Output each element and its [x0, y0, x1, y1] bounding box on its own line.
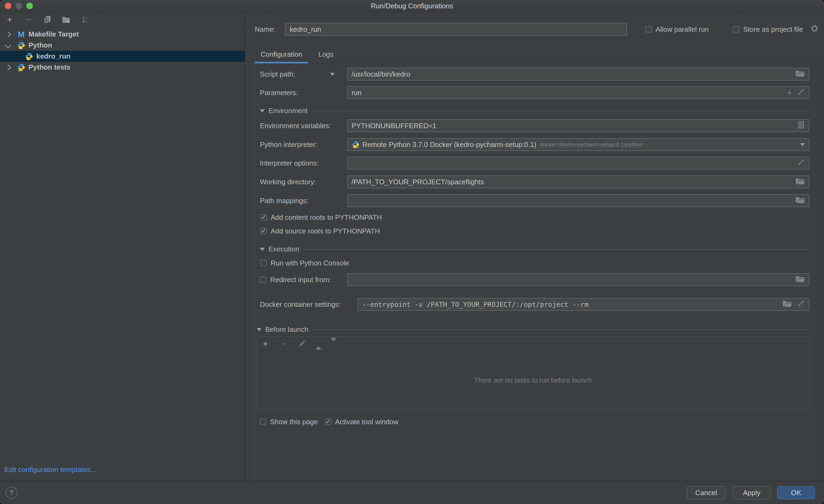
add-source-roots-label: Add source roots to PYTHONPATH [271, 227, 380, 235]
allow-parallel-run-option[interactable]: Allow parallel run [645, 25, 709, 33]
store-as-project-file-label: Store as project file [743, 25, 803, 33]
edit-variables-icon[interactable] [797, 121, 805, 131]
tree-item-kedro-run[interactable]: kedro_run [0, 51, 245, 62]
script-path-row: Script path: /usr/local/bin/kedro [260, 68, 809, 81]
before-launch-toolbar: + − [257, 337, 809, 351]
path-mappings-input[interactable] [347, 194, 809, 207]
activate-tool-window-label: Activate tool window [335, 418, 399, 426]
interpreter-dropdown-icon[interactable] [800, 143, 805, 146]
browse-folder-icon[interactable] [795, 69, 805, 79]
collapse-triangle-icon[interactable] [260, 248, 265, 251]
allow-parallel-run-checkbox[interactable] [645, 26, 652, 32]
add-source-roots-checkbox[interactable] [261, 228, 267, 234]
ok-button[interactable]: OK [777, 486, 815, 499]
browse-folder-icon[interactable] [795, 275, 805, 285]
run-with-python-console-checkbox[interactable] [261, 260, 267, 266]
tab-configuration[interactable]: Configuration [255, 47, 308, 63]
tab-logs[interactable]: Logs [313, 47, 339, 63]
remove-configuration-icon[interactable]: − [23, 14, 34, 25]
insert-macro-icon[interactable]: + [787, 88, 792, 97]
working-directory-input[interactable]: /PATH_TO_YOUR_PROJECT/spaceflights [347, 175, 809, 188]
redirect-input-input[interactable] [347, 273, 809, 286]
working-directory-label: Working directory: [260, 178, 316, 186]
remote-python-icon: R [351, 140, 359, 149]
move-task-down-icon[interactable] [330, 342, 336, 346]
add-source-roots-option[interactable]: Add source roots to PYTHONPATH [261, 226, 809, 236]
chevron-right-icon[interactable] [5, 31, 11, 37]
copy-configuration-icon[interactable] [42, 14, 53, 25]
docker-container-settings-input[interactable]: --entrypoint -v /PATH_TO_YOUR_PROJECT/:/… [358, 298, 809, 311]
help-button[interactable]: ? [6, 487, 17, 499]
cancel-button[interactable]: Cancel [687, 486, 726, 499]
store-as-project-file-option[interactable]: Store as project file [733, 24, 819, 34]
edit-task-icon[interactable] [297, 339, 306, 349]
chevron-right-icon[interactable] [5, 64, 11, 71]
browse-folder-icon[interactable] [795, 196, 805, 206]
interpreter-options-input[interactable] [347, 157, 809, 169]
browse-folder-icon[interactable] [782, 299, 792, 309]
activate-tool-window-option[interactable]: Activate tool window [325, 416, 399, 427]
parameters-row: Parameters: run + [260, 86, 809, 99]
tree-item-label: Python [28, 41, 52, 49]
close-window-button[interactable] [5, 3, 11, 9]
interpreter-options-label: Interpreter options: [260, 159, 318, 167]
store-as-project-file-checkbox[interactable] [733, 26, 739, 32]
python-interpreter-row: Python interpreter: R Remote Python 3.7.… [260, 138, 809, 151]
parameters-input[interactable]: run + [347, 86, 809, 99]
redirect-input-checkbox[interactable] [260, 276, 266, 283]
browse-folder-icon[interactable] [795, 177, 805, 187]
execution-section-header[interactable]: Execution [260, 245, 809, 253]
interpreter-path-hint: docker://kedro-pycharm-setup:0.1/python [539, 141, 642, 148]
move-task-up-icon[interactable] [315, 342, 321, 346]
tree-item-python[interactable]: Python [0, 40, 245, 51]
tree-item-python-tests[interactable]: Python tests [0, 62, 245, 73]
before-launch-section-title: Before launch [265, 325, 308, 334]
python-interpreter-label: Python interpreter: [260, 140, 317, 149]
zoom-window-button[interactable] [26, 3, 33, 9]
redirect-input-label: Redirect input from: [270, 276, 331, 284]
page-options-row: Show this page Activate tool window [260, 416, 809, 427]
svg-text:a: a [86, 15, 88, 19]
edit-configuration-templates-link[interactable]: Edit configuration templates... [4, 466, 245, 474]
before-launch-section-header[interactable]: Before launch [256, 325, 809, 334]
configuration-editor: Name: kedro_run Allow parallel run Store… [245, 12, 824, 481]
makefile-icon: M [17, 30, 26, 39]
gear-icon[interactable] [811, 24, 819, 34]
dialog-footer: ? Cancel Apply OK [0, 481, 824, 504]
parameters-label: Parameters: [260, 89, 298, 97]
save-configuration-icon[interactable] [61, 14, 72, 25]
name-input[interactable]: kedro_run [285, 23, 627, 36]
show-this-page-option[interactable]: Show this page [260, 416, 318, 427]
docker-container-settings-label: Docker container settings: [260, 300, 341, 309]
add-content-roots-checkbox[interactable] [261, 214, 267, 221]
apply-button[interactable]: Apply [732, 486, 771, 499]
chevron-down-icon[interactable] [5, 42, 11, 48]
environment-variables-row: Environment variables: PYTHONUNBUFFERED=… [260, 119, 809, 132]
expand-field-icon[interactable] [797, 88, 805, 98]
configuration-tabs: Configuration Logs [255, 47, 819, 64]
configurations-tree: M Makefile Target Python kedro_run [0, 27, 245, 73]
add-task-icon[interactable]: + [261, 339, 270, 349]
environment-section-header[interactable]: Environment [260, 107, 809, 115]
add-configuration-icon[interactable]: + [4, 14, 15, 25]
script-path-input[interactable]: /usr/local/bin/kedro [347, 68, 809, 81]
remove-task-icon[interactable]: − [279, 339, 288, 349]
before-launch-panel: + − There are no tasks to run before lau… [256, 336, 809, 409]
collapse-triangle-icon[interactable] [260, 109, 265, 113]
target-type-dropdown-icon[interactable] [330, 73, 335, 76]
show-this-page-checkbox[interactable] [260, 418, 266, 425]
environment-variables-input[interactable]: PYTHONUNBUFFERED=1 [347, 119, 809, 132]
window-title: Run/Debug Configurations [0, 2, 824, 10]
run-with-python-console-label: Run with Python Console [271, 259, 349, 267]
add-content-roots-option[interactable]: Add content roots to PYTHONPATH [261, 212, 809, 223]
run-debug-configurations-dialog: Run/Debug Configurations + − az [0, 0, 824, 504]
tree-item-makefile-target[interactable]: M Makefile Target [0, 29, 245, 40]
expand-field-icon[interactable] [797, 299, 805, 309]
sort-configurations-icon[interactable]: az [80, 14, 90, 25]
name-row: Name: kedro_run Allow parallel run Store… [255, 23, 819, 36]
run-with-python-console-option[interactable]: Run with Python Console [261, 258, 809, 268]
python-interpreter-select[interactable]: R Remote Python 3.7.0 Docker (kedro-pych… [347, 138, 809, 151]
expand-field-icon[interactable] [797, 158, 805, 168]
activate-tool-window-checkbox[interactable] [325, 418, 331, 425]
collapse-triangle-icon[interactable] [256, 328, 262, 331]
